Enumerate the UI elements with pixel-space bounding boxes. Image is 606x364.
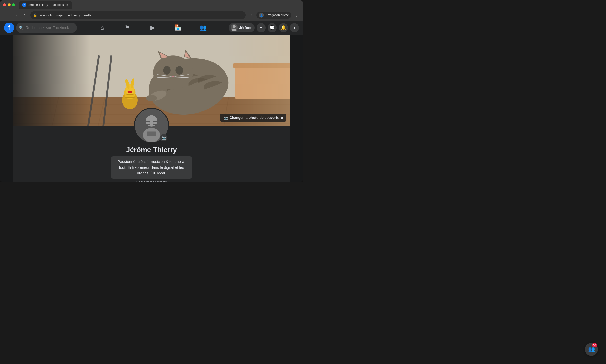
lock-icon: 🔒	[33, 13, 37, 17]
fb-logo[interactable]: f	[4, 23, 14, 33]
char-count: 1 caractères restants	[136, 180, 167, 182]
traffic-lights	[3, 3, 15, 6]
address-bar[interactable]: 🔒 facebook.com/jerome.thierry.meedle/	[30, 11, 246, 19]
menu-button[interactable]: ⋮	[293, 12, 300, 19]
notifications-button[interactable]: 🔔	[279, 23, 288, 32]
new-tab-button[interactable]: +	[73, 2, 79, 8]
svg-rect-38	[229, 35, 290, 126]
dropdown-button[interactable]: ▾	[290, 23, 299, 32]
camera-icon: 📷	[223, 116, 228, 120]
nav-flag[interactable]: ⚑	[115, 22, 139, 34]
svg-point-16	[163, 66, 170, 75]
profile-container: 📷 Changer la photo de couverture	[13, 35, 290, 182]
user-avatar-small	[231, 24, 238, 31]
svg-point-28	[146, 95, 157, 101]
nav-home[interactable]: ⌂	[90, 22, 114, 34]
plus-button[interactable]: +	[257, 23, 266, 32]
nav-video[interactable]: ▶	[140, 22, 165, 34]
refresh-button[interactable]: ↻	[21, 12, 28, 19]
tab-close-button[interactable]: ×	[65, 3, 69, 7]
svg-point-17	[175, 66, 183, 75]
close-button[interactable]	[3, 3, 6, 6]
change-cover-label: Changer la photo de couverture	[229, 116, 283, 120]
tab-bar: f Jérôme Thierry | Facebook × +	[19, 1, 300, 9]
bookmark-icon[interactable]: ☆	[248, 12, 255, 19]
svg-point-0	[233, 25, 236, 28]
svg-point-22	[172, 76, 174, 77]
change-cover-button[interactable]: 📷 Changer la photo de couverture	[220, 114, 286, 122]
back-button[interactable]: ←	[3, 12, 10, 19]
private-avatar: 👤	[259, 13, 264, 18]
profile-bio[interactable]: Passionné, créatif, musicien & touche-à-…	[111, 156, 192, 179]
avatar-camera-button[interactable]: 📷	[160, 134, 167, 141]
profile-info-section: 📷 Jérôme Thierry Passionné, créatif, mus…	[13, 126, 290, 182]
search-icon: 🔍	[19, 26, 23, 30]
nav-groups[interactable]: 👥	[191, 22, 215, 34]
maximize-button[interactable]	[12, 3, 15, 6]
svg-rect-45	[147, 132, 156, 136]
minimize-button[interactable]	[8, 3, 11, 6]
svg-point-15	[153, 55, 193, 89]
svg-rect-34	[128, 91, 133, 93]
fb-content: 📷 Changer la photo de couverture	[0, 35, 303, 182]
tab-title: Jérôme Thierry | Facebook	[28, 3, 64, 7]
active-tab[interactable]: f Jérôme Thierry | Facebook ×	[19, 1, 72, 9]
profile-name: Jérôme Thierry	[126, 146, 177, 154]
facebook-app: f 🔍 ⌂ ⚑ ▶ 🏪 👥	[0, 21, 303, 182]
user-chip[interactable]: Jérôme	[229, 23, 255, 32]
browser-window: f Jérôme Thierry | Facebook × + ← → ↻ 🔒 …	[0, 0, 303, 182]
nav-store[interactable]: 🏪	[166, 22, 190, 34]
title-bar: f Jérôme Thierry | Facebook × +	[0, 0, 303, 10]
messenger-button[interactable]: 💬	[268, 23, 277, 32]
fb-header-right: Jérôme + 💬 🔔 ▾	[229, 23, 299, 32]
private-mode-badge: 👤 Navigation privée	[256, 12, 291, 19]
fb-header: f 🔍 ⌂ ⚑ ▶ 🏪 👥	[0, 21, 303, 35]
svg-rect-37	[13, 35, 90, 126]
url-text: facebook.com/jerome.thierry.meedle/	[39, 13, 92, 17]
forward-button[interactable]: →	[12, 12, 19, 19]
profile-avatar-wrapper: 📷	[134, 108, 169, 143]
user-name-label: Jérôme	[239, 25, 252, 30]
toolbar-right: ☆ 👤 Navigation privée ⋮	[248, 12, 300, 19]
toolbar: ← → ↻ 🔒 facebook.com/jerome.thierry.meed…	[0, 10, 303, 21]
private-label: Navigation privée	[265, 13, 289, 17]
svg-point-1	[232, 29, 237, 31]
tab-favicon: f	[22, 3, 26, 7]
fb-search-bar[interactable]: 🔍	[16, 23, 77, 33]
search-input[interactable]	[26, 25, 74, 30]
fb-nav: ⌂ ⚑ ▶ 🏪 👥	[79, 22, 226, 34]
bio-text: Passionné, créatif, musicien & touche-à-…	[118, 159, 185, 175]
